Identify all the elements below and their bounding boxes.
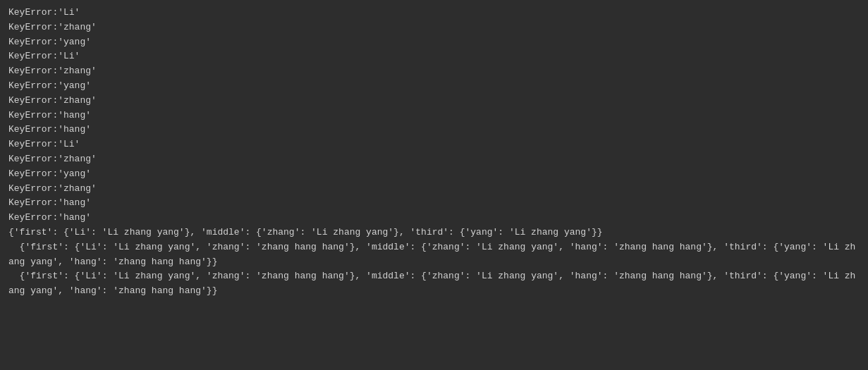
error-line: KeyError:'zhang' (8, 20, 860, 35)
error-line: KeyError:'zhang' (8, 182, 860, 197)
error-line: KeyError:'Li' (8, 49, 860, 64)
result-line: {'first': {'Li': 'Li zhang yang'}, 'midd… (8, 226, 860, 240)
result-line: {'first': {'Li': 'Li zhang yang', 'zhang… (8, 240, 860, 270)
error-line: KeyError:'hang' (8, 196, 860, 211)
error-line: KeyError:'zhang' (8, 152, 860, 167)
error-line: KeyError:'hang' (8, 211, 860, 226)
error-line: KeyError:'yang' (8, 35, 860, 50)
error-line: KeyError:'yang' (8, 79, 860, 94)
error-line: KeyError:'Li' (8, 137, 860, 152)
error-line: KeyError:'hang' (8, 123, 860, 137)
error-line: KeyError:'zhang' (8, 94, 860, 109)
error-line: KeyError:'yang' (8, 167, 860, 182)
error-line: KeyError:'Li' (8, 6, 860, 20)
terminal-output: KeyError:'Li' KeyError:'zhang' KeyError:… (8, 6, 860, 299)
result-line: {'first': {'Li': 'Li zhang yang', 'zhang… (8, 269, 860, 299)
error-line: KeyError:'zhang' (8, 64, 860, 79)
error-line: KeyError:'hang' (8, 109, 860, 123)
